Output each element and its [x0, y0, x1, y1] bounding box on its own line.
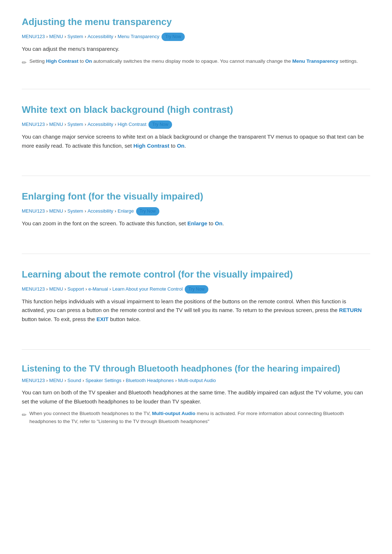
divider-1 [22, 89, 370, 89]
sep18: › [65, 377, 66, 384]
breadcrumb-support[interactable]: Support [68, 286, 84, 293]
breadcrumb-menu123-2[interactable]: MENU/123 [22, 121, 45, 128]
breadcrumb-multi-output[interactable]: Multi-output Audio [178, 377, 216, 385]
breadcrumb-bluetooth: MENU/123 › MENU › Sound › Speaker Settin… [22, 377, 370, 385]
breadcrumb-menu-2[interactable]: MENU [49, 121, 63, 128]
sep14: › [65, 286, 66, 293]
sep8: › [115, 121, 116, 128]
sep15: › [85, 286, 87, 293]
sep11: › [85, 208, 86, 215]
section-high-contrast: White text on black background (high con… [22, 102, 370, 161]
highlight-exit: EXIT [97, 316, 109, 322]
breadcrumb-system-2[interactable]: System [68, 121, 83, 128]
sep6: › [65, 121, 66, 128]
sep5: › [46, 121, 48, 128]
sep19: › [82, 377, 84, 384]
section-enlarge-font: Enlarging font (for the visually impaire… [22, 189, 370, 239]
sep21: › [175, 377, 177, 384]
highlight-multi-output: Multi-output Audio [152, 411, 195, 416]
highlight-enlarge: Enlarge [187, 220, 207, 226]
body-text-1: You can adjust the menu's transparency. [22, 45, 370, 54]
divider-3 [22, 254, 370, 254]
try-now-btn-2[interactable]: Try Now [148, 120, 172, 129]
try-now-btn-3[interactable]: Try Now [136, 207, 159, 216]
breadcrumb-system-3[interactable]: System [68, 208, 83, 215]
highlight-return: RETURN [339, 307, 362, 313]
note-1: ✏ Setting High Contrast to On automatica… [22, 57, 370, 67]
breadcrumb-accessibility-2[interactable]: Accessibility [87, 121, 113, 128]
breadcrumb-menu[interactable]: MENU [49, 33, 63, 41]
breadcrumb-enlarge: MENU/123 › MENU › System › Accessibility… [22, 207, 370, 216]
sep9: › [46, 208, 48, 215]
body-text-2: You can change major service screens to … [22, 132, 370, 151]
highlight-on-1: On [85, 58, 92, 64]
breadcrumb-sound[interactable]: Sound [68, 377, 81, 385]
highlight-on-2: On [177, 143, 184, 149]
divider-2 [22, 176, 370, 176]
body-text-4: This function helps individuals with a v… [22, 297, 370, 324]
breadcrumb-high-contrast: MENU/123 › MENU › System › Accessibility… [22, 120, 370, 129]
breadcrumb-emanual[interactable]: e-Manual [88, 286, 108, 293]
section-bluetooth: Listening to the TV through Bluetooth he… [22, 363, 370, 433]
section-title-menu-transparency: Adjusting the menu transparency [22, 15, 370, 30]
breadcrumb-menu-3[interactable]: MENU [49, 208, 63, 215]
section-title-bluetooth: Listening to the TV through Bluetooth he… [22, 363, 370, 374]
breadcrumb-menu123[interactable]: MENU/123 [22, 33, 45, 41]
try-now-btn-4[interactable]: Try Now [185, 285, 208, 294]
sep20: › [123, 377, 124, 384]
page-content: Adjusting the menu transparency MENU/123… [22, 15, 370, 433]
try-now-btn-1[interactable]: Try Now [162, 33, 185, 41]
sep10: › [65, 208, 66, 215]
breadcrumb-bluetooth-headphones[interactable]: Bluetooth Headphones [126, 377, 173, 385]
body-text-3: You can zoom in the font on the screen. … [22, 219, 370, 228]
sep13: › [46, 286, 48, 293]
sep16: › [110, 286, 111, 293]
sep3: › [85, 33, 86, 40]
breadcrumb-menu-5[interactable]: MENU [49, 377, 63, 385]
note-text-1: Setting High Contrast to On automaticall… [29, 57, 358, 65]
highlight-high-contrast-2: High Contrast [133, 143, 169, 149]
breadcrumb-system[interactable]: System [68, 33, 83, 41]
highlight-high-contrast-1: High Contrast [46, 58, 78, 64]
breadcrumb-enlarge[interactable]: Enlarge [118, 208, 134, 215]
sep4: › [115, 33, 116, 40]
section-title-remote: Learning about the remote control (for t… [22, 267, 370, 282]
breadcrumb-learn-remote[interactable]: Learn About your Remote Control [113, 286, 183, 293]
note-text-2: When you connect the Bluetooth headphone… [29, 410, 370, 425]
section-title-high-contrast: White text on black background (high con… [22, 102, 370, 118]
section-menu-transparency: Adjusting the menu transparency MENU/123… [22, 15, 370, 74]
breadcrumb-high-contrast[interactable]: High Contrast [118, 121, 146, 128]
breadcrumb-accessibility[interactable]: Accessibility [87, 33, 113, 41]
breadcrumb-menu-4[interactable]: MENU [49, 286, 63, 293]
note-icon-2: ✏ [22, 410, 26, 420]
breadcrumb-menu-transparency: MENU/123 › MENU › System › Accessibility… [22, 33, 370, 41]
sep7: › [85, 121, 86, 128]
sep1: › [46, 33, 48, 40]
sep2: › [65, 33, 66, 40]
breadcrumb-menu123-4[interactable]: MENU/123 [22, 286, 45, 293]
sep17: › [46, 377, 48, 384]
breadcrumb-menu123-5[interactable]: MENU/123 [22, 377, 45, 385]
section-title-enlarge: Enlarging font (for the visually impaire… [22, 189, 370, 204]
breadcrumb-accessibility-3[interactable]: Accessibility [87, 208, 113, 215]
note-2: ✏ When you connect the Bluetooth headpho… [22, 410, 370, 425]
breadcrumb-menu-transparency[interactable]: Menu Transparency [118, 33, 159, 41]
highlight-on-3: On [215, 220, 222, 226]
breadcrumb-speaker-settings[interactable]: Speaker Settings [85, 377, 121, 385]
body-text-5: You can turn on both of the TV speaker a… [22, 388, 370, 406]
highlight-menu-transparency-1: Menu Transparency [292, 58, 338, 64]
breadcrumb-menu123-3[interactable]: MENU/123 [22, 208, 45, 215]
note-icon-1: ✏ [22, 58, 26, 67]
breadcrumb-remote: MENU/123 › MENU › Support › e-Manual › L… [22, 285, 370, 294]
divider-4 [22, 349, 370, 350]
sep12: › [115, 208, 116, 215]
section-remote-control: Learning about the remote control (for t… [22, 267, 370, 335]
